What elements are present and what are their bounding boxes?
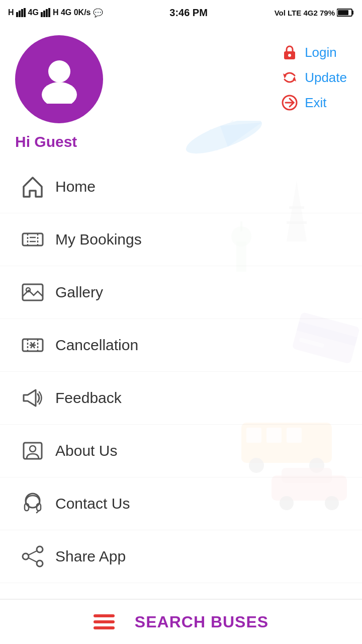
search-buses-label: SEARCH BUSES (135, 613, 268, 631)
svg-rect-4 (41, 12, 43, 17)
battery-text: Vol LTE 4G2 79% (275, 9, 335, 17)
svg-rect-7 (48, 8, 50, 17)
gallery-icon (15, 277, 50, 307)
svg-line-64 (29, 551, 37, 555)
megaphone-icon (15, 383, 50, 413)
message-icon: 💬 (93, 8, 103, 18)
menu-item-cancellation[interactable]: Cancellation (0, 319, 362, 372)
menu-item-about-us[interactable]: About Us (0, 425, 362, 477)
svg-point-56 (30, 446, 36, 452)
about-us-label: About Us (55, 442, 117, 459)
status-right: Vol LTE 4G2 79% (275, 8, 354, 17)
svg-point-63 (23, 553, 29, 559)
exit-label: Exit (305, 95, 326, 111)
svg-rect-0 (16, 12, 18, 17)
signal-icon (16, 8, 26, 17)
svg-point-61 (37, 546, 43, 552)
lte-signal-icon (41, 8, 51, 17)
svg-point-37 (288, 54, 291, 57)
header-actions: Login Update Exit (281, 35, 347, 112)
menu-item-contact-us[interactable]: Contact Us (0, 477, 362, 530)
status-time: 3:46 PM (169, 7, 208, 19)
exit-button[interactable]: Exit (281, 94, 347, 112)
svg-rect-42 (23, 233, 43, 246)
network-text: 4G (28, 8, 39, 17)
svg-line-60 (37, 511, 39, 513)
login-label: Login (305, 45, 337, 60)
login-button[interactable]: Login (281, 43, 347, 61)
update-label: Update (305, 70, 347, 86)
menu-item-home[interactable]: Home (0, 160, 362, 213)
cancellation-icon (15, 330, 50, 360)
svg-rect-10 (338, 10, 348, 15)
my-bookings-label: My Bookings (55, 231, 142, 248)
user-avatar-icon (34, 53, 84, 106)
greeting-text: Hi Guest (0, 128, 362, 160)
home-icon (15, 172, 50, 202)
gallery-label: Gallery (55, 284, 103, 301)
battery-icon (337, 8, 354, 17)
contact-us-label: Contact Us (55, 495, 130, 512)
avatar (15, 35, 103, 123)
svg-point-35 (42, 82, 77, 104)
cancellation-label: Cancellation (55, 337, 138, 354)
update-button[interactable]: Update (281, 68, 347, 87)
signal-text: H (8, 8, 14, 17)
menu-list: Home My Bookings Gallery (0, 160, 362, 583)
menu-item-gallery[interactable]: Gallery (0, 266, 362, 319)
share-icon (15, 541, 50, 572)
update-icon (281, 68, 299, 87)
svg-line-65 (29, 558, 37, 562)
svg-rect-9 (352, 11, 353, 15)
svg-rect-1 (19, 11, 21, 17)
menu-item-my-bookings[interactable]: My Bookings (0, 213, 362, 266)
bottom-bar[interactable]: SEARCH BUSES (0, 599, 362, 644)
lock-icon (281, 43, 299, 61)
menu-item-share-app[interactable]: Share App (0, 530, 362, 583)
exit-icon (281, 94, 299, 112)
speed-text: H 4G 0K/s (53, 8, 91, 17)
share-app-label: Share App (55, 548, 126, 565)
svg-rect-2 (21, 9, 23, 17)
ticket-icon (15, 224, 50, 255)
menu-item-feedback[interactable]: Feedback (0, 372, 362, 425)
svg-rect-6 (46, 9, 48, 17)
hamburger-icon (94, 614, 115, 629)
svg-point-62 (37, 560, 43, 567)
svg-rect-5 (43, 11, 45, 17)
status-left: H 4G H 4G 0K/s 💬 (8, 8, 103, 18)
about-icon (15, 436, 50, 466)
status-bar: H 4G H 4G 0K/s 💬 3:46 PM Vol LTE 4G2 79% (0, 0, 362, 25)
svg-point-34 (48, 60, 70, 83)
headset-icon (15, 489, 50, 519)
home-label: Home (55, 178, 96, 195)
svg-rect-47 (23, 284, 43, 300)
feedback-label: Feedback (55, 389, 122, 407)
header-area: Login Update Exit (0, 25, 362, 128)
svg-rect-3 (24, 8, 26, 17)
